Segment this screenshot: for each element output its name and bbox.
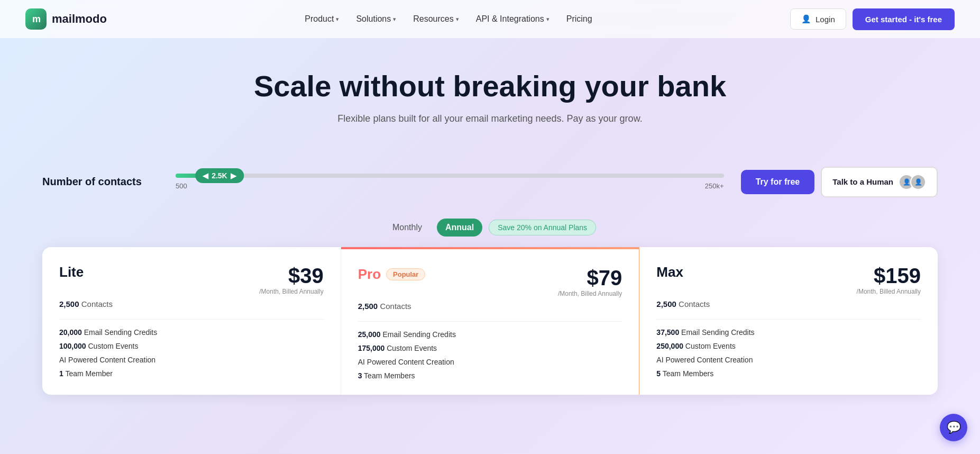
hero-subtitle: Flexible plans built for all your email … — [25, 113, 955, 124]
plan-name-row: Lite — [59, 264, 84, 280]
divider — [59, 319, 324, 320]
divider — [358, 321, 622, 322]
feature-item: 175,000 Custom Events — [358, 344, 622, 352]
feature-item: AI Powered Content Creation — [358, 358, 622, 366]
chat-icon: 💬 — [947, 421, 961, 434]
feature-item: AI Powered Content Creation — [656, 356, 921, 364]
header: m mailmodo Product ▾ Solutions ▾ Resourc… — [0, 0, 980, 38]
plan-header-max: Max $159 /Month, Billed Annually — [656, 264, 921, 295]
plan-price-lite: $39 /Month, Billed Annually — [259, 264, 323, 295]
feature-list-lite: 20,000 Email Sending Credits 100,000 Cus… — [59, 328, 324, 378]
talk-human-button[interactable]: Talk to a Human 👤 👤 — [821, 167, 938, 197]
chevron-down-icon: ▾ — [393, 16, 396, 23]
feature-list-max: 37,500 Email Sending Credits 250,000 Cus… — [656, 328, 921, 378]
pricing-cards: Lite $39 /Month, Billed Annually 2,500 C… — [42, 247, 938, 395]
feature-item: 37,500 Email Sending Credits — [656, 328, 921, 337]
slider-labels: 500 250k+ — [176, 182, 724, 190]
nav-item-solutions[interactable]: Solutions ▾ — [356, 14, 396, 24]
contacts-label: Number of contacts — [42, 176, 159, 188]
avatar-group: 👤 👤 — [899, 174, 926, 190]
slider-thumb[interactable]: ◀ 2.5K ▶ — [195, 168, 244, 183]
plan-name-row: Pro Popular — [358, 266, 426, 283]
avatar: 👤 — [910, 174, 926, 190]
feature-item: 5 Team Members — [656, 369, 921, 378]
login-button[interactable]: 👤 Login — [790, 8, 846, 30]
annual-toggle[interactable]: Annual — [437, 219, 482, 237]
feature-item: 20,000 Email Sending Credits — [59, 328, 324, 337]
chevron-down-icon: ▾ — [336, 16, 339, 23]
contacts-section: Number of contacts ◀ 2.5K ▶ 500 250k+ Tr… — [0, 154, 980, 210]
plan-header-pro: Pro Popular $79 /Month, Billed Annually — [358, 266, 622, 297]
user-icon: 👤 — [801, 14, 811, 24]
chevron-down-icon: ▾ — [456, 16, 459, 23]
hero-title: Scale without breaking your bank — [25, 70, 955, 103]
arrow-right-icon: ▶ — [231, 171, 236, 180]
chevron-down-icon: ▾ — [546, 16, 549, 23]
plan-card-max: Max $159 /Month, Billed Annually 2,500 C… — [639, 247, 938, 395]
logo-icon: m — [25, 8, 47, 30]
plan-name-row: Max — [656, 264, 683, 280]
plan-name: Pro — [358, 266, 381, 283]
plan-name: Max — [656, 264, 683, 280]
billing-toggle: Monthly Annual Save 20% on Annual Plans — [0, 219, 980, 237]
contacts-slider-wrapper: ◀ 2.5K ▶ 500 250k+ — [176, 174, 724, 190]
nav-item-pricing[interactable]: Pricing — [566, 14, 592, 24]
popular-badge: Popular — [386, 268, 425, 280]
feature-item: 100,000 Custom Events — [59, 342, 324, 350]
feature-item: 25,000 Email Sending Credits — [358, 330, 622, 339]
plan-card-pro: Pro Popular $79 /Month, Billed Annually … — [341, 247, 640, 395]
plan-price-max: $159 /Month, Billed Annually — [857, 264, 921, 295]
nav-item-product[interactable]: Product ▾ — [305, 14, 339, 24]
logo[interactable]: m mailmodo — [25, 8, 107, 30]
nav-item-api[interactable]: API & Integrations ▾ — [476, 14, 549, 24]
try-free-button[interactable]: Try for free — [741, 170, 815, 194]
feature-list-pro: 25,000 Email Sending Credits 175,000 Cus… — [358, 330, 622, 380]
action-buttons: Try for free Talk to a Human 👤 👤 — [741, 167, 938, 197]
feature-item: AI Powered Content Creation — [59, 356, 324, 364]
slider-track[interactable]: ◀ 2.5K ▶ — [176, 174, 724, 178]
plan-contacts-lite: 2,500 Contacts — [59, 299, 324, 308]
feature-item: 1 Team Member — [59, 369, 324, 378]
divider — [656, 319, 921, 320]
main-nav: Product ▾ Solutions ▾ Resources ▾ API & … — [305, 14, 592, 24]
monthly-toggle[interactable]: Monthly — [384, 219, 431, 237]
save-badge: Save 20% on Annual Plans — [489, 220, 596, 235]
arrow-left-icon: ◀ — [203, 171, 208, 180]
header-actions: 👤 Login Get started - it's free — [790, 8, 955, 30]
plan-header-lite: Lite $39 /Month, Billed Annually — [59, 264, 324, 295]
hero-section: Scale without breaking your bank Flexibl… — [0, 38, 980, 146]
logo-text: mailmodo — [52, 12, 107, 26]
plan-contacts-max: 2,500 Contacts — [656, 299, 921, 308]
plan-price-pro: $79 /Month, Billed Annually — [558, 266, 622, 297]
feature-item: 250,000 Custom Events — [656, 342, 921, 350]
feature-item: 3 Team Members — [358, 371, 622, 380]
plan-card-lite: Lite $39 /Month, Billed Annually 2,500 C… — [42, 247, 341, 395]
plan-name: Lite — [59, 264, 84, 280]
chat-widget[interactable]: 💬 — [940, 414, 967, 441]
nav-item-resources[interactable]: Resources ▾ — [413, 14, 459, 24]
plan-contacts-pro: 2,500 Contacts — [358, 302, 622, 311]
get-started-button[interactable]: Get started - it's free — [853, 8, 955, 30]
